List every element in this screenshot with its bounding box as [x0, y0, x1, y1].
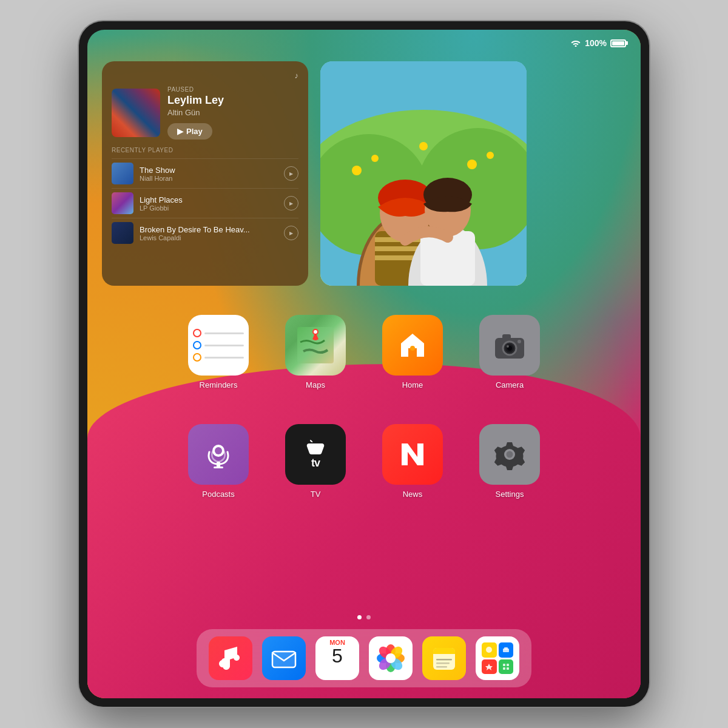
tv-inner: tv: [285, 424, 346, 485]
status-bar: 100%: [87, 30, 641, 56]
app-camera-label: Camera: [496, 380, 524, 389]
app-grid-row1: Reminders: [87, 315, 641, 389]
news-svg: [394, 436, 431, 473]
svg-point-39: [507, 451, 513, 458]
track-thumb-3: [112, 222, 133, 244]
track-artist-1: Niall Horan: [140, 175, 278, 182]
svg-marker-61: [485, 664, 493, 670]
app-settings-container[interactable]: Settings: [479, 424, 540, 499]
dock-mail-icon[interactable]: [262, 636, 306, 680]
track-item-1[interactable]: The Show Niall Horan ▶: [112, 158, 298, 188]
app-home-icon[interactable]: [382, 315, 443, 376]
svg-point-6: [467, 160, 477, 169]
play-circle-2[interactable]: ▶: [284, 196, 298, 211]
app-podcasts-label: Podcasts: [202, 490, 234, 499]
track-title-1: The Show: [140, 166, 278, 175]
rem-line-3: [204, 357, 244, 359]
track-item-3[interactable]: Broken By Desire To Be Heav... Lewis Cap…: [112, 218, 298, 248]
svg-rect-65: [507, 667, 509, 670]
track-item-2[interactable]: Light Places LP Giobbi ▶: [112, 188, 298, 218]
music-widget[interactable]: ♪ PAUSED Leylim Ley Altin Gün ▶ Play: [102, 61, 308, 286]
svg-rect-26: [502, 334, 511, 339]
dock-extras-grid: [476, 636, 519, 680]
app-camera-icon[interactable]: [479, 315, 540, 376]
page-dots: [87, 615, 641, 619]
music-widget-header: ♪: [112, 71, 298, 80]
svg-rect-35: [214, 467, 223, 468]
photos-widget[interactable]: [320, 61, 527, 286]
recently-played-label: RECENTLY PLAYED: [112, 147, 298, 153]
ipad-screen: 100% ♪ PAUSED Le: [87, 30, 641, 698]
track-thumb-2: [112, 192, 133, 214]
track-artist-2: LP Giobbi: [140, 204, 278, 212]
track-title-3: Broken By Desire To Be Heav...: [140, 225, 278, 234]
app-podcasts-container[interactable]: Podcasts: [188, 424, 249, 499]
svg-point-4: [352, 166, 362, 175]
svg-point-7: [487, 152, 494, 159]
maps-svg: [297, 327, 334, 363]
svg-rect-55: [436, 659, 452, 661]
paused-label: PAUSED: [167, 86, 298, 93]
svg-point-51: [386, 653, 396, 663]
dock-photos-icon[interactable]: [369, 636, 413, 680]
app-camera-container[interactable]: Camera: [479, 315, 540, 389]
play-circle-3[interactable]: ▶: [284, 226, 298, 240]
extra-blue: [499, 642, 514, 658]
app-news-container[interactable]: News: [382, 424, 443, 499]
app-home-label: Home: [402, 380, 423, 389]
svg-rect-62: [503, 664, 505, 666]
svg-point-30: [507, 345, 509, 348]
widgets-area: ♪ PAUSED Leylim Ley Altin Gün ▶ Play: [102, 61, 527, 286]
play-circle-1[interactable]: ▶: [284, 166, 298, 181]
settings-svg: [491, 436, 528, 473]
extra-red: [482, 659, 497, 675]
app-podcasts-icon[interactable]: [188, 424, 249, 485]
dock-extras-icon[interactable]: [476, 636, 519, 680]
play-button[interactable]: ▶ Play: [167, 123, 212, 140]
dock-mail-svg: [270, 644, 298, 672]
photo-content: [320, 61, 527, 286]
extra-yellow: [482, 642, 497, 658]
dock-music-icon[interactable]: [209, 636, 252, 680]
svg-point-5: [371, 155, 379, 162]
podcasts-svg: [200, 436, 237, 473]
app-home-container[interactable]: Home: [382, 315, 443, 389]
svg-point-33: [215, 447, 222, 454]
dock: MON 5: [197, 629, 531, 687]
app-settings-icon[interactable]: [479, 424, 540, 485]
app-reminders-icon[interactable]: [188, 315, 249, 376]
rem-line-1: [204, 332, 244, 334]
svg-point-8: [419, 142, 428, 150]
artist-name: Altin Gün: [167, 108, 298, 117]
track-info-3: Broken By Desire To Be Heav... Lewis Cap…: [140, 225, 278, 241]
dock-calendar-icon[interactable]: MON 5: [315, 636, 359, 680]
app-reminders-container[interactable]: Reminders: [188, 315, 249, 389]
page-dot-2[interactable]: [366, 615, 371, 619]
track-info-2: Light Places LP Giobbi: [140, 195, 278, 212]
svg-rect-57: [436, 666, 447, 668]
app-maps-icon[interactable]: [285, 315, 346, 376]
dock-photos-svg: [376, 643, 406, 673]
svg-rect-41: [272, 652, 295, 667]
rem-dot-blue: [193, 341, 201, 349]
camera-svg: [491, 327, 528, 363]
cal-day: 5: [332, 646, 343, 666]
album-art: [112, 89, 160, 137]
dock-notes-icon[interactable]: [422, 636, 466, 680]
app-grid-row2: Podcasts tv TV: [87, 424, 641, 499]
page-dot-1[interactable]: [357, 615, 362, 619]
app-maps-label: Maps: [306, 380, 325, 389]
battery-percent: 100%: [585, 38, 607, 48]
app-reminders-label: Reminders: [200, 380, 238, 389]
app-news-icon[interactable]: [382, 424, 443, 485]
svg-point-24: [410, 346, 415, 351]
status-right: 100%: [570, 38, 626, 49]
app-tv-icon[interactable]: tv: [285, 424, 346, 485]
calendar-inner: MON 5: [315, 636, 359, 680]
home-svg: [395, 328, 430, 363]
app-tv-container[interactable]: tv TV: [285, 424, 346, 499]
music-note-icon: ♪: [295, 71, 299, 80]
ipad-frame: 100% ♪ PAUSED Le: [79, 21, 649, 707]
app-maps-container[interactable]: Maps: [285, 315, 346, 389]
track-artist-3: Lewis Capaldi: [140, 234, 278, 241]
